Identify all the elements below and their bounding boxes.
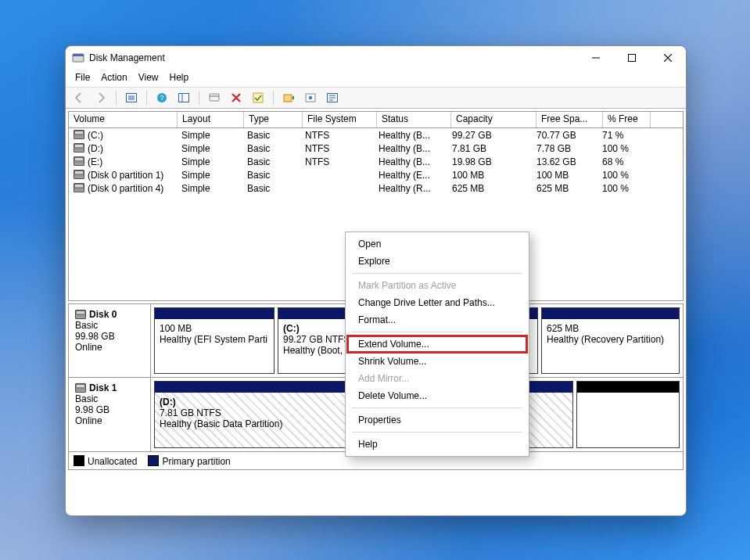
cell: 68 % <box>597 156 644 167</box>
table-row[interactable]: (Disk 0 partition 4) Simple Basic Health… <box>69 181 683 195</box>
cell: Basic <box>242 183 300 194</box>
minimize-button[interactable] <box>578 46 614 70</box>
svg-rect-9 <box>284 95 292 102</box>
cell: Simple <box>177 130 242 141</box>
menu-view[interactable]: View <box>138 72 159 83</box>
table-row[interactable]: (C:) Simple Basic NTFS Healthy (B... 99.… <box>69 128 683 142</box>
col-type[interactable]: Type <box>244 112 303 127</box>
disk-1-label[interactable]: Disk 1 Basic 9.98 GB Online <box>69 378 151 451</box>
settings-list-icon[interactable] <box>324 90 341 106</box>
action-list-icon[interactable] <box>175 90 192 106</box>
table-row[interactable]: (Disk 0 partition 1) Simple Basic Health… <box>69 168 683 181</box>
cell: 70.77 GB <box>532 130 597 141</box>
disk-0-label[interactable]: Disk 0 Basic 99.98 GB Online <box>69 304 151 377</box>
cell: 100 % <box>597 183 644 194</box>
legend-unallocated: Unallocated <box>74 455 137 467</box>
back-icon[interactable] <box>70 90 88 106</box>
cell: Simple <box>177 183 242 194</box>
disk-size: 9.98 GB <box>75 404 144 415</box>
volume-icon <box>74 170 84 179</box>
cell: 625 MB <box>447 183 532 194</box>
ctx-separator <box>352 432 522 433</box>
cell: 100 % <box>597 143 644 154</box>
ctx-format[interactable]: Format... <box>347 311 527 328</box>
ctx-delete-volume[interactable]: Delete Volume... <box>347 387 527 404</box>
col-status[interactable]: Status <box>377 112 451 127</box>
cell: 100 MB <box>447 170 532 181</box>
window-buttons <box>578 46 686 70</box>
ctx-properties[interactable]: Properties <box>347 411 527 429</box>
window-title: Disk Management <box>89 52 165 63</box>
show-hide-console-tree-icon[interactable] <box>123 90 140 106</box>
col-filesystem[interactable]: File System <box>303 112 377 127</box>
toolbar: ? <box>66 87 686 109</box>
maximize-button[interactable] <box>614 46 650 70</box>
cell: NTFS <box>300 130 374 141</box>
svg-text:?: ? <box>160 94 163 102</box>
col-layout[interactable]: Layout <box>178 112 244 127</box>
swatch-black-icon <box>74 455 84 466</box>
svg-rect-8 <box>253 93 263 102</box>
cell: Basic <box>242 170 300 181</box>
partition-efi[interactable]: 100 MB Healthy (EFI System Parti <box>154 307 275 374</box>
ctx-separator <box>352 332 522 332</box>
table-row[interactable]: (D:) Simple Basic NTFS Healthy (B... 7.8… <box>69 142 683 155</box>
cell: 19.98 GB <box>447 156 532 167</box>
refresh-icon[interactable] <box>206 90 223 106</box>
disk-icon <box>75 383 86 393</box>
volume-list-header: Volume Layout Type File System Status Ca… <box>69 112 683 128</box>
cell: 100 % <box>597 170 644 181</box>
ctx-explore[interactable]: Explore <box>347 253 527 270</box>
partition-recovery[interactable]: 625 MB Healthy (Recovery Partition) <box>541 307 680 374</box>
cell: 7.81 GB <box>447 143 532 154</box>
delete-icon[interactable] <box>228 90 245 106</box>
disk-icon <box>75 310 86 319</box>
partition-stripe <box>155 308 274 319</box>
volume-name: (D:) <box>88 143 103 154</box>
cell: 13.62 GB <box>532 156 597 167</box>
cell: 7.78 GB <box>532 143 597 154</box>
menu-help[interactable]: Help <box>170 72 189 83</box>
cell: NTFS <box>300 156 374 167</box>
col-pct-free[interactable]: % Free <box>603 112 651 127</box>
partition-size: 100 MB <box>160 323 269 334</box>
separator <box>273 91 274 105</box>
close-button[interactable] <box>650 46 686 70</box>
ctx-change-letter[interactable]: Change Drive Letter and Paths... <box>347 294 527 311</box>
cell: 100 MB <box>532 170 597 181</box>
ctx-extend-volume[interactable]: Extend Volume... <box>347 336 527 353</box>
table-row[interactable]: (E:) Simple Basic NTFS Healthy (B... 19.… <box>69 155 683 168</box>
disk-type: Basic <box>75 393 144 404</box>
forward-icon[interactable] <box>92 90 109 106</box>
ctx-shrink-volume[interactable]: Shrink Volume... <box>347 353 527 370</box>
volume-icon <box>74 156 84 166</box>
cell: Healthy (B... <box>374 156 447 167</box>
cell: Basic <box>242 156 300 167</box>
rescan-disks-icon[interactable] <box>280 90 297 106</box>
help-icon[interactable]: ? <box>153 90 170 106</box>
swatch-blue-icon <box>148 455 159 466</box>
separator <box>116 91 117 105</box>
col-free-space[interactable]: Free Spa... <box>536 112 603 127</box>
attach-vhd-icon[interactable] <box>302 90 319 106</box>
partition-size: 625 MB <box>547 323 674 334</box>
col-volume[interactable]: Volume <box>69 112 178 127</box>
volume-icon <box>74 183 84 192</box>
col-capacity[interactable]: Capacity <box>451 112 536 127</box>
menu-action[interactable]: Action <box>101 72 127 83</box>
cell: 99.27 GB <box>447 130 532 141</box>
separator <box>199 91 199 105</box>
volume-icon <box>74 130 84 139</box>
cell: 625 MB <box>532 183 597 194</box>
disk-name: Disk 1 <box>89 382 117 393</box>
ctx-open[interactable]: Open <box>347 235 527 253</box>
disk-name: Disk 0 <box>89 309 117 320</box>
menu-bar: File Action View Help <box>66 70 686 87</box>
ctx-mark-active: Mark Partition as Active <box>347 277 527 294</box>
ctx-add-mirror: Add Mirror... <box>347 370 527 387</box>
menu-file[interactable]: File <box>75 72 90 83</box>
volume-name: (E:) <box>88 156 102 167</box>
ctx-help[interactable]: Help <box>347 436 527 453</box>
partition-unallocated[interactable] <box>576 381 680 448</box>
check-icon[interactable] <box>249 90 267 106</box>
